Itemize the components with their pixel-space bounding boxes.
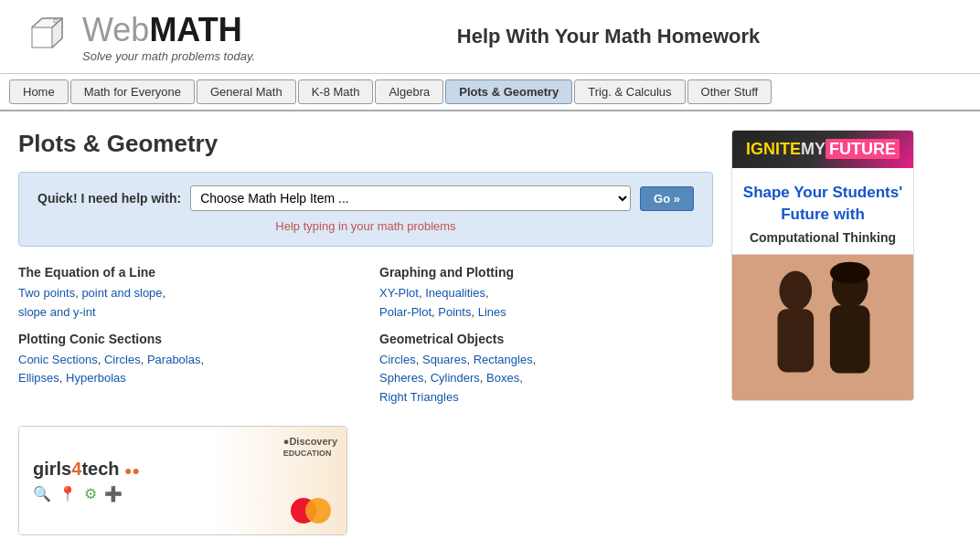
link-two-points[interactable]: Two points bbox=[18, 286, 75, 300]
nav-other-stuff[interactable]: Other Stuff bbox=[687, 79, 772, 104]
logo-math: MATH bbox=[149, 11, 241, 48]
nav-trig-calculus[interactable]: Trig. & Calculus bbox=[574, 79, 685, 104]
help-typing-anchor[interactable]: Help typing in your math problems bbox=[275, 219, 455, 233]
ad-banner-content: girls4tech ●● 🔍 📍 ⚙ ➕ ●DiscoveryEDUCATIO… bbox=[19, 427, 346, 534]
girls4tech-logo: girls4tech ●● bbox=[33, 459, 140, 480]
nav-plots-geometry[interactable]: Plots & Geometry bbox=[445, 79, 572, 104]
topics-grid: The Equation of a Line Two points, point… bbox=[18, 265, 713, 407]
link-boxes[interactable]: Boxes bbox=[486, 371, 519, 385]
nav-algebra[interactable]: Algebra bbox=[375, 79, 443, 104]
topic-links-equation: Two points, point and slope, slope and y… bbox=[18, 284, 352, 322]
link-ellipses[interactable]: Ellipses bbox=[18, 371, 59, 385]
link-circles-geo[interactable]: Circles bbox=[379, 353, 416, 366]
logo-tagline: Solve your math problems today. bbox=[82, 49, 255, 63]
location-icon: 📍 bbox=[59, 485, 77, 502]
topic-links-graphing: XY-Plot, Inequalities, Polar-Plot, Point… bbox=[379, 284, 713, 322]
link-inequalities[interactable]: Inequalities bbox=[425, 286, 485, 300]
sidebar: IGNITEMYFUTURE Shape Your Students' Futu… bbox=[731, 130, 914, 535]
sidebar-ad: IGNITEMYFUTURE Shape Your Students' Futu… bbox=[731, 130, 914, 401]
plus-circle-icon: ➕ bbox=[104, 485, 122, 502]
go-button[interactable]: Go » bbox=[640, 186, 694, 211]
topic-graphing-plotting: Graphing and Plotting XY-Plot, Inequalit… bbox=[379, 265, 713, 322]
link-rectangles[interactable]: Rectangles bbox=[474, 353, 533, 366]
link-right-triangles[interactable]: Right Triangles bbox=[379, 390, 459, 404]
mastercard-logo bbox=[291, 498, 333, 523]
ignite-word: IGNITE bbox=[746, 140, 801, 158]
topic-title-geometrical: Geometrical Objects bbox=[379, 332, 713, 346]
logo-text: WebMATH Solve your math problems today. bbox=[82, 11, 255, 63]
help-typing-link: Help typing in your math problems bbox=[37, 218, 694, 233]
link-slope-yint[interactable]: slope and y-int bbox=[18, 305, 96, 319]
link-points[interactable]: Points bbox=[438, 305, 471, 319]
page-title: Plots & Geometry bbox=[18, 130, 713, 158]
quick-help-row: Quick! I need help with: Choose Math Hel… bbox=[37, 185, 694, 211]
topic-title-equation: The Equation of a Line bbox=[18, 265, 352, 280]
link-hyperbolas[interactable]: Hyperbolas bbox=[66, 371, 126, 385]
svg-point-14 bbox=[830, 261, 870, 283]
nav-math-for-everyone[interactable]: Math for Everyone bbox=[70, 79, 195, 104]
link-circles-conic[interactable]: Circles bbox=[104, 353, 141, 366]
nav-k8-math[interactable]: K-8 Math bbox=[298, 79, 374, 104]
logo-title: WebMATH bbox=[82, 11, 255, 49]
future-word: FUTURE bbox=[826, 139, 900, 159]
quick-help-label: Quick! I need help with: bbox=[37, 191, 181, 206]
svg-rect-13 bbox=[830, 305, 870, 373]
ad-banner: girls4tech ●● 🔍 📍 ⚙ ➕ ●DiscoveryEDUCATIO… bbox=[18, 426, 347, 535]
gear-icon: ⚙ bbox=[84, 485, 97, 502]
sidebar-image-svg bbox=[732, 254, 913, 400]
sidebar-sub: Computational Thinking bbox=[732, 230, 913, 254]
search-icon: 🔍 bbox=[33, 485, 51, 502]
header: B WebMATH Solve your math problems today… bbox=[0, 0, 980, 74]
topic-title-graphing: Graphing and Plotting bbox=[379, 265, 713, 280]
topic-links-geometrical: Circles, Squares, Rectangles, Spheres, C… bbox=[379, 351, 713, 407]
svg-rect-9 bbox=[732, 254, 913, 398]
webmath-logo-icon: B bbox=[18, 9, 73, 64]
sidebar-image bbox=[732, 254, 913, 400]
link-cylinders[interactable]: Cylinders bbox=[431, 371, 480, 385]
link-point-and-slope[interactable]: point and slope bbox=[81, 286, 162, 300]
svg-text:B: B bbox=[53, 16, 59, 25]
topic-geometrical-objects: Geometrical Objects Circles, Squares, Re… bbox=[379, 332, 713, 407]
topic-title-conic: Plotting Conic Sections bbox=[18, 332, 352, 346]
topic-equation-of-line: The Equation of a Line Two points, point… bbox=[18, 265, 352, 322]
nav-bar: Home Math for Everyone General Math K-8 … bbox=[0, 74, 980, 111]
link-lines[interactable]: Lines bbox=[478, 305, 506, 319]
logo-web: Web bbox=[82, 11, 149, 48]
content-area: Plots & Geometry Quick! I need help with… bbox=[18, 130, 713, 535]
sidebar-tagline: Shape Your Students' Future with bbox=[732, 168, 913, 230]
link-xyplot[interactable]: XY-Plot bbox=[379, 286, 419, 300]
svg-rect-0 bbox=[32, 27, 52, 48]
nav-general-math[interactable]: General Math bbox=[197, 79, 296, 104]
link-conic-sections[interactable]: Conic Sections bbox=[18, 353, 98, 366]
site-title: Help With Your Math Homework bbox=[255, 25, 962, 48]
ad-icons: 🔍 📍 ⚙ ➕ bbox=[33, 485, 122, 502]
nav-home[interactable]: Home bbox=[9, 79, 69, 104]
link-spheres[interactable]: Spheres bbox=[379, 371, 423, 385]
link-polar-plot[interactable]: Polar-Plot bbox=[379, 305, 431, 319]
discovery-education-logo: ●DiscoveryEDUCATION bbox=[283, 436, 337, 458]
topic-links-conic: Conic Sections, Circles, Parabolas, Elli… bbox=[18, 351, 352, 389]
my-word: MY bbox=[801, 140, 826, 158]
main-content: Plots & Geometry Quick! I need help with… bbox=[0, 111, 980, 539]
svg-rect-11 bbox=[778, 309, 815, 372]
math-help-select[interactable]: Choose Math Help Item ... bbox=[190, 185, 631, 211]
logo-area: B WebMATH Solve your math problems today… bbox=[18, 9, 255, 64]
link-squares[interactable]: Squares bbox=[422, 353, 466, 366]
ignite-banner: IGNITEMYFUTURE bbox=[732, 131, 913, 168]
topic-conic-sections: Plotting Conic Sections Conic Sections, … bbox=[18, 332, 352, 407]
quick-help-box: Quick! I need help with: Choose Math Hel… bbox=[18, 172, 713, 247]
ignite-text: IGNITEMYFUTURE bbox=[741, 140, 904, 159]
link-parabolas[interactable]: Parabolas bbox=[147, 353, 201, 366]
svg-point-10 bbox=[779, 270, 812, 311]
